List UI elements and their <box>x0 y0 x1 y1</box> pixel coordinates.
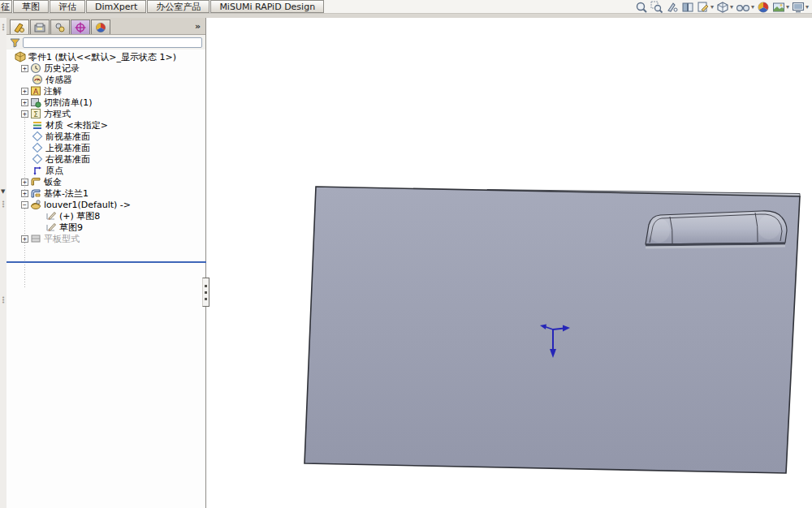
tree-item-top-plane[interactable]: 上视基准面 <box>6 142 205 153</box>
tab-sketch[interactable]: 草图 <box>13 0 49 13</box>
tree-item-flat-pattern[interactable]: + 平板型式 <box>6 233 205 244</box>
tree-item-sensors[interactable]: 传感器 <box>6 74 205 85</box>
tree-item-history[interactable]: + 历史记录 <box>6 62 205 74</box>
tree-item-label: 原点 <box>45 165 63 177</box>
apply-scene-icon[interactable]: ▾ <box>771 1 790 14</box>
louver-feature[interactable] <box>646 211 787 249</box>
tab-evaluate[interactable]: 评估 <box>50 0 85 13</box>
plane-icon <box>32 142 43 153</box>
featuremanager-tree-tab[interactable] <box>10 19 29 34</box>
sketch-icon <box>45 210 57 222</box>
tree-item-cutlist[interactable]: + 切割清单(1) <box>6 97 205 108</box>
hide-show-items-icon[interactable]: ▾ <box>735 1 755 14</box>
louver-icon <box>30 199 41 210</box>
tree-item-equations[interactable]: + Σ 方程式 <box>6 108 205 119</box>
expand-toggle[interactable]: − <box>21 201 28 209</box>
sheetmetal-icon <box>30 176 41 187</box>
panel-splitter-handle[interactable] <box>202 278 209 307</box>
expand-toggle[interactable]: + <box>21 235 28 243</box>
dropdown-caret-icon[interactable]: ▾ <box>806 3 809 11</box>
tree-item-label: louver1(Default) -> <box>44 200 131 210</box>
tree-item-right-plane[interactable]: 右视基准面 <box>6 153 205 165</box>
dropdown-caret-icon[interactable]: ▾ <box>786 3 789 11</box>
tree-item-part-root[interactable]: 零件1 (默认<<默认>_显示状态 1>) <box>6 51 205 62</box>
tree-item-label: (+) 草图8 <box>59 210 100 222</box>
dropdown-caret-icon[interactable]: ▾ <box>751 3 754 11</box>
tree-item-label: 切割清单(1) <box>44 97 93 109</box>
tree-item-sheetmetal[interactable]: + 钣金 <box>6 176 205 187</box>
sensors-icon <box>32 74 43 85</box>
tree-item-sketch8[interactable]: (+) 草图8 <box>6 210 205 222</box>
propertymanager-tab[interactable] <box>30 19 50 34</box>
heads-up-toolbar: ▾ ▾ ▾ ▾ ▾ <box>634 0 810 14</box>
history-icon <box>30 62 41 74</box>
tree-item-label: 草图9 <box>59 222 83 234</box>
commandmanager-strip <box>0 14 812 18</box>
tree-item-label: 方程式 <box>44 108 71 120</box>
tree-item-label: 注解 <box>44 85 62 97</box>
filter-funnel-icon <box>10 37 20 48</box>
tree-item-origin[interactable]: 原点 <box>6 165 205 176</box>
drag-grip-icon[interactable]: ••• <box>2 24 5 32</box>
expand-toggle[interactable]: + <box>21 110 28 118</box>
tree-item-label: 材质 <未指定> <box>45 119 108 131</box>
tree-item-sketch9[interactable]: 草图9 <box>6 222 205 233</box>
part-face[interactable] <box>304 187 800 473</box>
tree-filter-input[interactable] <box>23 37 202 48</box>
dropdown-caret-icon[interactable]: ▾ <box>710 3 714 11</box>
feature-tree: 零件1 (默认<<默认>_显示状态 1>) + 历史记录 传感器 + A 注解 … <box>6 50 205 244</box>
expand-toggle[interactable]: + <box>21 179 28 186</box>
solidworks-window: 征 草图 评估 DimXpert 办公室产品 MiSUMi RAPiD Desi… <box>0 0 812 508</box>
displaymanager-tab[interactable] <box>91 19 110 34</box>
panel-tab-strip: » <box>6 18 205 35</box>
previous-view-icon[interactable] <box>665 1 680 14</box>
configurationmanager-tab[interactable] <box>50 19 70 34</box>
edit-appearance-icon[interactable] <box>756 1 771 14</box>
tree-filter-row <box>6 35 205 50</box>
expand-toggle[interactable]: + <box>21 190 28 197</box>
tree-item-label: 钣金 <box>44 176 62 188</box>
rollback-bar[interactable] <box>6 261 206 263</box>
tree-item-base-flange[interactable]: + 基体-法兰1 <box>6 187 205 199</box>
svg-text:Σ: Σ <box>33 110 38 118</box>
svg-text:A: A <box>33 88 39 96</box>
annotations-icon: A <box>30 85 41 97</box>
tree-item-label: 右视基准面 <box>45 153 90 166</box>
origin-triad <box>540 325 570 359</box>
tree-item-material[interactable]: 材质 <未指定> <box>6 119 205 131</box>
zoom-to-fit-icon[interactable] <box>634 1 649 14</box>
material-icon <box>32 119 43 131</box>
tree-item-front-plane[interactable]: 前视基准面 <box>6 131 205 142</box>
dimxpertmanager-tab[interactable] <box>71 19 90 34</box>
tab-features-partial[interactable]: 征 <box>0 0 12 13</box>
section-view-icon[interactable] <box>680 1 695 14</box>
tree-item-annotations[interactable]: + A 注解 <box>6 85 205 97</box>
part-top-edge <box>487 190 800 198</box>
tab-misumi-rapid-design[interactable]: MiSUMi RAPiD Design <box>210 0 324 13</box>
tree-item-louver1[interactable]: − louver1(Default) -> <box>6 199 205 210</box>
panel-tab-overflow[interactable]: » <box>195 21 201 32</box>
equations-icon: Σ <box>30 108 41 119</box>
dropdown-caret-icon[interactable]: ▾ <box>730 3 733 11</box>
expand-toggle[interactable]: + <box>21 88 28 95</box>
sketch-icon <box>45 222 57 233</box>
cutlist-icon <box>30 97 41 108</box>
display-style-icon[interactable]: ▾ <box>715 1 734 14</box>
view-settings-icon[interactable]: ▾ <box>791 1 810 14</box>
expand-toggle[interactable]: + <box>21 65 28 72</box>
drag-grip-icon[interactable]: ••• <box>2 201 5 209</box>
part-icon <box>15 51 26 62</box>
expand-toggle[interactable]: + <box>21 99 28 106</box>
view-orientation-icon[interactable]: ▾ <box>696 1 715 14</box>
zoom-to-area-icon[interactable] <box>650 1 664 14</box>
featuremanager-panel: » 零件1 (默认<<默认>_显示状态 1>) + 历史记录 传感器 <box>6 18 206 508</box>
collapse-caret-icon[interactable]: ▼ <box>1 188 5 195</box>
flat-pattern-icon <box>30 233 41 244</box>
plane-icon <box>32 131 43 142</box>
tab-office-products[interactable]: 办公室产品 <box>147 0 209 13</box>
tree-item-label: 零件1 (默认<<默认>_显示状态 1>) <box>28 51 176 63</box>
left-window-strip: ••• ▼ ••• ••• <box>0 18 6 508</box>
drag-grip-icon[interactable]: ••• <box>2 297 5 304</box>
tab-dimxpert[interactable]: DimXpert <box>86 0 146 13</box>
tree-item-label: 历史记录 <box>44 62 80 75</box>
